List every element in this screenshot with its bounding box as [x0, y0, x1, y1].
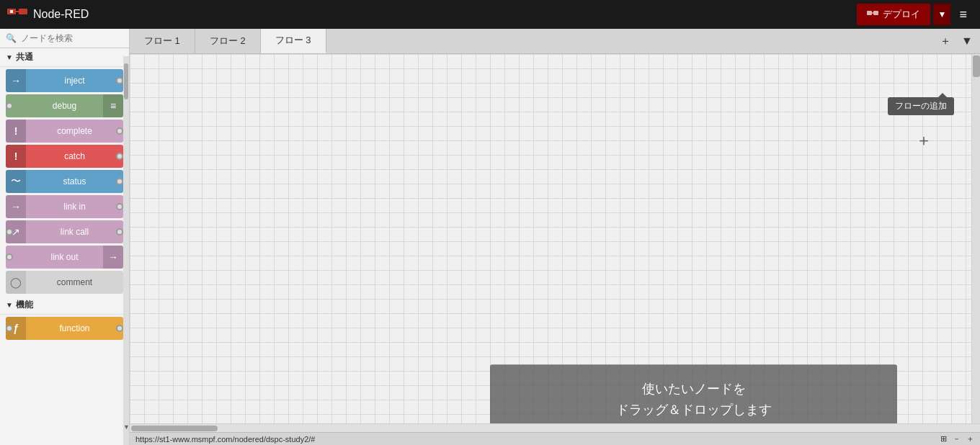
statusbar-url: https://st1-www.msmpf.com/nodered/dspc-s…	[135, 435, 315, 444]
svg-rect-5	[873, 11, 878, 15]
node-complete-output-port	[116, 127, 123, 135]
node-linkin-label: link in	[26, 202, 123, 212]
drag-hint-line1: 使いたいノードを	[519, 379, 868, 400]
section-header-common[interactable]: ▼ 共通	[0, 48, 129, 67]
search-bar: 🔍	[0, 29, 129, 48]
add-tab-button[interactable]: ＋	[935, 31, 956, 51]
tab-flow2[interactable]: フロー 2	[195, 29, 261, 53]
logo-icon	[7, 6, 27, 22]
node-linkcall-input-port	[6, 228, 13, 235]
statusbar-right: ⊞ － ＋	[940, 433, 974, 444]
node-function-input-port	[6, 325, 13, 332]
svg-rect-4	[867, 11, 872, 15]
chevron-icon: ▼	[6, 53, 13, 61]
canvas-hscroll-thumb	[131, 426, 218, 431]
svg-rect-1	[19, 9, 27, 14]
tab-flow3[interactable]: フロー 3	[261, 29, 326, 53]
node-comment-label: comment	[26, 277, 123, 287]
deploy-dropdown-button[interactable]: ▼	[933, 4, 950, 25]
node-status-label: status	[26, 176, 123, 186]
header-left: Node-RED	[7, 6, 89, 22]
drag-hint-line2: ドラッグ＆ドロップします	[519, 400, 868, 421]
search-input[interactable]	[21, 33, 129, 43]
node-linkin-icon: →	[6, 195, 26, 218]
node-complete-label: complete	[26, 126, 123, 136]
canvas-vscroll-thumb	[973, 55, 980, 77]
section-header-function[interactable]: ▼ 機能	[0, 296, 129, 315]
node-comment[interactable]: ◯ comment	[6, 271, 123, 294]
statusbar-icon1: ⊞	[940, 434, 947, 444]
node-link-in[interactable]: → link in	[6, 195, 123, 218]
node-function-output-port	[116, 325, 123, 332]
node-complete-icon: !	[6, 120, 26, 143]
canvas[interactable]: フローの追加 ＋ 使いたいノードを ドラッグ＆ドロップします	[130, 54, 971, 423]
node-comment-icon: ◯	[6, 271, 26, 294]
app-title: Node-RED	[33, 8, 89, 21]
node-catch-label: catch	[26, 151, 123, 161]
search-icon: 🔍	[6, 33, 17, 43]
node-debug-input-port	[6, 102, 13, 109]
node-catch-icon: !	[6, 145, 26, 168]
tab-bar: フロー 1 フロー 2 フロー 3 ＋ ▼	[130, 29, 980, 54]
node-link-out[interactable]: link out →	[6, 246, 123, 269]
node-status-icon: 〜	[6, 170, 26, 193]
node-complete[interactable]: ! complete	[6, 120, 123, 143]
node-status[interactable]: 〜 status	[6, 170, 123, 193]
node-function[interactable]: ƒ function	[6, 317, 123, 340]
node-link-call[interactable]: ↗ link call	[6, 220, 123, 243]
nodes-list: ▼ 共通 → inject debug ≡ ! complete	[0, 48, 129, 445]
main-layout: 🔍 ▼ 共通 → inject debug ≡ !	[0, 29, 980, 445]
node-inject-icon: →	[6, 69, 26, 92]
node-debug-icon: ≡	[103, 94, 123, 117]
scroll-arrow-down[interactable]: ▼	[123, 423, 129, 431]
tab-flow1[interactable]: フロー 1	[130, 29, 195, 53]
node-linkcall-label: link call	[26, 227, 123, 237]
canvas-add-icon: ＋	[916, 130, 932, 151]
canvas-inner: フローの追加 ＋ 使いたいノードを ドラッグ＆ドロップします	[130, 54, 980, 423]
sidebar: 🔍 ▼ 共通 → inject debug ≡ !	[0, 29, 130, 445]
canvas-vscroll[interactable]	[971, 54, 980, 423]
node-debug[interactable]: debug ≡	[6, 94, 123, 117]
node-inject[interactable]: → inject	[6, 69, 123, 92]
tab-actions: ＋ ▼	[935, 31, 980, 51]
drag-drop-hint: 使いたいノードを ドラッグ＆ドロップします	[490, 364, 897, 423]
svg-rect-3	[10, 10, 13, 13]
node-linkout-input-port	[6, 253, 13, 261]
tooltip-add-flow: フローの追加	[888, 97, 954, 115]
node-catch-output-port	[116, 153, 123, 160]
node-function-label: function	[26, 323, 123, 333]
section-function-label: 機能	[16, 299, 33, 311]
section-common-label: 共通	[16, 51, 33, 63]
node-linkcall-output-port	[116, 228, 123, 235]
node-status-output-port	[116, 178, 123, 185]
node-linkout-icon: →	[103, 246, 123, 269]
node-catch[interactable]: ! catch	[6, 145, 123, 168]
node-inject-label: inject	[26, 76, 123, 86]
canvas-container: フロー 1 フロー 2 フロー 3 ＋ ▼ フローの追加 ＋	[130, 29, 980, 445]
node-linkin-output-port	[116, 203, 123, 210]
header-right: デプロイ ▼ ≡	[857, 4, 973, 25]
canvas-hscroll[interactable]	[130, 423, 980, 432]
menu-button[interactable]: ≡	[953, 4, 973, 25]
tab-more-button[interactable]: ▼	[957, 31, 977, 51]
statusbar: https://st1-www.msmpf.com/nodered/dspc-s…	[130, 432, 980, 445]
deploy-button[interactable]: デプロイ	[857, 4, 930, 25]
sidebar-scrollbar[interactable]: ▼	[123, 56, 129, 445]
node-inject-output-port	[116, 77, 123, 84]
statusbar-icon3: ＋	[966, 433, 974, 444]
deploy-icon	[867, 9, 878, 19]
statusbar-icon2: －	[953, 433, 961, 444]
function-chevron-icon: ▼	[6, 301, 13, 309]
header: Node-RED デプロイ ▼ ≡	[0, 0, 980, 29]
sidebar-scroll-thumb	[124, 63, 128, 99]
